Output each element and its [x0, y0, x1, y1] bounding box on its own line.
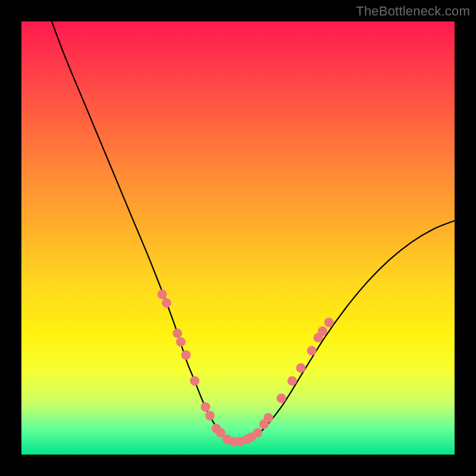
watermark-text: TheBottleneck.com [356, 4, 470, 19]
curve-marker [287, 376, 297, 386]
curve-marker [324, 318, 334, 327]
curve-markers [158, 290, 334, 447]
curve-marker [181, 350, 191, 360]
curve-marker [296, 363, 306, 372]
curve-marker [264, 413, 273, 422]
curve-marker [318, 327, 327, 336]
curve-marker [158, 290, 167, 299]
curve-marker [201, 402, 210, 412]
curve-marker [190, 376, 199, 386]
curve-marker [162, 298, 171, 308]
curve-marker [205, 411, 215, 421]
curve-marker [173, 328, 182, 338]
curve-marker [176, 337, 186, 347]
chart-frame: TheBottleneck.com [0, 0, 476, 476]
curve-marker [307, 346, 317, 355]
chart-plot-area [21, 21, 455, 455]
curve-line [52, 21, 455, 444]
curve-marker [277, 393, 286, 403]
curve-marker [253, 428, 262, 438]
chart-svg [21, 21, 455, 455]
